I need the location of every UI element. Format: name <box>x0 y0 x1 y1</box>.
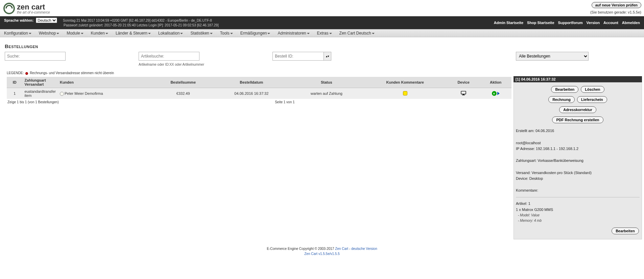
monitor-icon <box>460 91 467 95</box>
detail-attr-memory: - Memory: 4 mb <box>518 218 640 223</box>
th-payment[interactable]: Zahlungsart Versandart <box>23 77 58 88</box>
th-customer[interactable]: Kunden <box>58 77 153 88</box>
check-version-button[interactable]: auf neue Version prüfen <box>592 2 641 8</box>
detail-article-line: 1 x Matrox G200 MMS <box>516 207 640 213</box>
detail-email: root@localhost <box>516 140 640 146</box>
menu-laender-steuern[interactable]: Länder & Steuern <box>116 31 151 36</box>
logo: zen cart the art of e-commerce <box>3 2 50 15</box>
th-action[interactable]: Aktion <box>480 77 511 88</box>
svg-rect-2 <box>463 94 464 95</box>
menu-konfiguration[interactable]: Konfiguration <box>4 31 31 36</box>
detail-shipping: Versand: Versandkosten pro Stück (Standa… <box>516 170 640 176</box>
order-status-select[interactable]: Alle Bestellungen <box>516 52 589 61</box>
menu-ermaessigungen[interactable]: Ermäßigungen <box>240 31 270 36</box>
logo-icon <box>3 2 16 15</box>
article-search-input[interactable] <box>139 52 199 61</box>
edit-button-bottom[interactable]: Bearbeiten <box>612 228 639 234</box>
order-detail-panel: [1] 04.06.2016 16:37:32 Bearbeiten Lösch… <box>514 76 642 239</box>
article-search-hint: Artikelname oder ID:XX oder Artikelnumme… <box>139 63 267 66</box>
edit-badge-icon[interactable]: e <box>492 91 497 96</box>
version-note: (Sie benutzen gerade: v1.5.5e) <box>590 10 641 14</box>
invoice-button[interactable]: Rechnung <box>548 96 575 103</box>
search-input[interactable] <box>5 52 66 61</box>
logo-tagline: the art of e-commerce <box>17 10 50 14</box>
link-shop-home[interactable]: Shop Startseite <box>527 21 554 25</box>
menu-tools[interactable]: Tools <box>220 31 233 36</box>
order-id-input[interactable] <box>273 52 324 60</box>
table-row[interactable]: 1 eustandardtransfer item Peter Meier De… <box>7 88 511 99</box>
legend-dot-icon <box>25 72 28 75</box>
detail-articles-head: Artikel: 1 <box>516 201 640 207</box>
link-version[interactable]: Version <box>587 21 600 25</box>
language-select[interactable]: Deutsch <box>36 18 57 23</box>
pager-left: Zeige 1 bis 1 (von 1 Bestellungen) <box>7 100 59 104</box>
link-logout[interactable]: Abmelden <box>622 21 640 25</box>
svg-rect-3 <box>462 95 465 95</box>
magnify-icon[interactable] <box>60 92 64 96</box>
detail-ip: IP Adresse: 192.168.1.1 - 192.168.1.2 <box>516 146 640 152</box>
link-support[interactable]: Supportforum <box>558 21 582 25</box>
detail-comments: Kommentare: <box>516 188 640 194</box>
cell-date: 04.06.2016 16:37:32 <box>213 88 290 99</box>
svg-rect-1 <box>461 91 466 94</box>
detail-header: [1] 04.06.2016 16:37:32 <box>514 76 642 82</box>
packingslip-button[interactable]: Lieferschein <box>577 96 607 103</box>
cell-id: 1 <box>7 88 23 99</box>
th-total[interactable]: Bestellsumme <box>153 77 213 88</box>
infobar-line2: Passwort zuletzt geändert: 2017-05-20 21… <box>64 23 219 27</box>
cell-action[interactable]: e <box>480 88 511 99</box>
main-menu: Konfiguration Webshop Module Kunden Länd… <box>0 29 644 37</box>
th-device[interactable]: Device <box>447 77 480 88</box>
th-id[interactable]: ID <box>7 77 23 88</box>
menu-zencart-deutsch[interactable]: Zen Cart Deutsch <box>339 31 375 36</box>
menu-module[interactable]: Module <box>67 31 83 36</box>
th-comments[interactable]: Kunden Kommentare <box>363 77 447 88</box>
detail-payment: Zahlungsart: Vorkasse/Banküberweisung <box>516 158 640 164</box>
link-account[interactable]: Account <box>603 21 618 25</box>
cell-device <box>447 88 480 99</box>
address-correct-button[interactable]: Adresskorrektur <box>559 106 596 113</box>
delete-button[interactable]: Löschen <box>581 86 604 93</box>
cell-payment: eustandardtransfer item <box>23 88 58 99</box>
footer-version[interactable]: Zen Cart v1.5.5e/v1.5.5 <box>304 252 340 256</box>
footer-link-deutsche[interactable]: deutsche Version <box>351 247 377 251</box>
th-status[interactable]: Status <box>290 77 363 88</box>
detail-attr-model: - Model: Value <box>518 213 640 218</box>
page-title: Bestellungen <box>0 37 644 52</box>
edit-button[interactable]: Bearbeiten <box>551 86 578 93</box>
menu-administratoren[interactable]: Administratoren <box>278 31 309 36</box>
pager-right: Seite 1 von 1 <box>275 100 294 104</box>
arrow-icon[interactable] <box>497 92 500 95</box>
detail-created: Erstellt am: 04.06.2016 <box>516 128 640 134</box>
infobar-links: Admin Startseite Shop Startseite Support… <box>491 21 640 25</box>
link-admin-home[interactable]: Admin Startseite <box>494 21 523 25</box>
th-date[interactable]: Bestelldatum <box>213 77 290 88</box>
legend: LEGENDE: Rechnungs- und Versandadresse s… <box>0 71 644 76</box>
footer-link-zencart[interactable]: Zen Cart <box>335 247 348 251</box>
cell-comments <box>363 88 447 99</box>
pdf-invoice-button[interactable]: PDF Rechnung erstellen <box>552 116 603 123</box>
infobar-line1: Sonntag 21 Mai 2017 10:04:59 +0200 GMT [… <box>63 19 212 22</box>
cell-customer: Peter Meier Demofirma <box>58 88 153 99</box>
cell-total: €332.49 <box>153 88 213 99</box>
comment-icon <box>403 91 407 95</box>
orders-table: ID Zahlungsart Versandart Kunden Bestell… <box>7 76 511 99</box>
detail-device: Device: Desktop <box>516 176 640 182</box>
order-id-stepper[interactable]: ▴▾ <box>324 52 331 60</box>
language-label: Sprache wählen: <box>4 18 33 22</box>
footer: E-Commerce Engine Copyright © 2003-2017 … <box>0 239 644 266</box>
cell-status: warten auf Zahlung <box>290 88 363 99</box>
menu-extras[interactable]: Extras <box>317 31 332 36</box>
menu-webshop[interactable]: Webshop <box>39 31 59 36</box>
menu-kunden[interactable]: Kunden <box>91 31 108 36</box>
menu-statistiken[interactable]: Statistiken <box>190 31 212 36</box>
menu-lokalisation[interactable]: Lokalisation <box>158 31 183 36</box>
